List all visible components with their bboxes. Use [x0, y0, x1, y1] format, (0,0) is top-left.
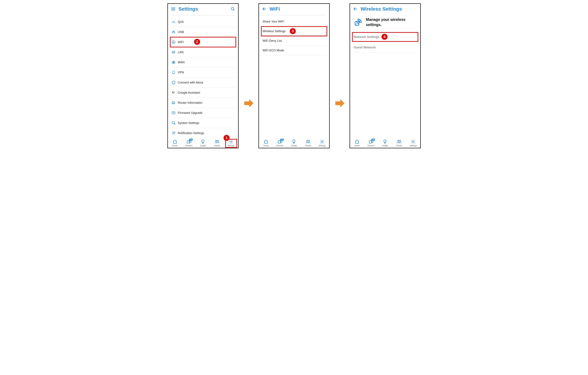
nav-label: Devices [368, 144, 375, 147]
settings-item-wan[interactable]: WAN [171, 57, 235, 67]
screen-wifi: WiFi Share Your WiFi Wireless Settings 3… [259, 3, 330, 148]
svg-point-23 [230, 141, 232, 142]
screen-settings: Settings QoS USB WiFi 2 LAN WAN [168, 3, 239, 148]
nav-label: Home [172, 144, 178, 147]
settings-item-router-info[interactable]: Router Information [171, 98, 235, 108]
hamburger-icon[interactable] [171, 7, 176, 11]
nav-family[interactable]: Family [302, 139, 314, 147]
section-label: Guest Network [354, 46, 376, 49]
home-icon [172, 139, 177, 144]
wan-icon [172, 60, 176, 64]
arrow-icon [335, 98, 345, 108]
nav-home[interactable]: Home [351, 139, 363, 147]
svg-point-1 [173, 23, 174, 23]
devices-badge: 74 [189, 139, 193, 141]
row-label: QoS [178, 20, 184, 24]
svg-point-7 [173, 74, 173, 74]
wifi-item-eco-mode[interactable]: WiFi ECO Mode [262, 46, 326, 55]
header: Wireless Settings [350, 4, 420, 14]
row-label: Wireless Settings [262, 30, 286, 33]
callout-4: 4 [381, 34, 388, 40]
nav-devices[interactable]: 74 Devices [183, 139, 195, 147]
google-assistant-icon [172, 91, 176, 95]
nav-insight[interactable]: Insight [197, 139, 209, 147]
wifi-item-share[interactable]: Share Your WiFi [262, 17, 326, 27]
section-label: Network Settings [354, 35, 379, 39]
row-label: Share Your WiFi [262, 20, 284, 23]
row-label: LAN [178, 51, 184, 54]
nav-devices[interactable]: 75 Devices [365, 139, 377, 147]
bottom-nav: Home 74 Devices Insight Family Settings [259, 138, 329, 148]
settings-item-wifi[interactable]: WiFi 2 [171, 37, 235, 47]
settings-item-system[interactable]: System Settings [171, 118, 235, 128]
settings-item-lan[interactable]: LAN [171, 47, 235, 57]
svg-point-35 [412, 141, 414, 142]
row-label: VPN [178, 71, 184, 74]
bottom-nav: Home 74 Devices Insight Family Settings … [168, 138, 238, 148]
nav-settings[interactable]: Settings 1 [225, 139, 237, 147]
nav-insight[interactable]: Insight [288, 139, 300, 147]
settings-item-alexa[interactable]: Connect with Alexa [171, 77, 235, 88]
screen-wireless-settings: Wireless Settings Manage your wireless s… [350, 3, 421, 148]
devices-badge: 75 [371, 139, 375, 141]
nav-family[interactable]: Family [211, 139, 223, 147]
wifi-list: Share Your WiFi Wireless Settings 3 WiFi… [259, 14, 329, 138]
family-icon [214, 139, 220, 144]
insight-icon [200, 139, 205, 144]
nav-label: Settings [318, 144, 326, 147]
intro-block: Manage your wireless settings. [353, 14, 417, 32]
nav-family[interactable]: Family [393, 139, 405, 147]
row-label: Firmware Upgrade [178, 111, 202, 115]
svg-point-12 [174, 93, 175, 94]
devices-icon: 74 [278, 139, 283, 144]
header: Settings [168, 4, 238, 14]
section-network-settings[interactable]: Network Settings 4 [353, 32, 417, 42]
settings-item-vpn[interactable]: VPN [171, 67, 235, 77]
svg-point-26 [307, 140, 308, 141]
nav-label: Family [305, 144, 311, 147]
row-label: Connect with Alexa [178, 81, 203, 84]
settings-icon [411, 139, 416, 144]
section-guest-network[interactable]: Guest Network [353, 42, 417, 53]
home-icon [355, 139, 359, 144]
row-label: USB [178, 30, 184, 34]
svg-rect-31 [369, 141, 372, 143]
back-icon[interactable] [262, 7, 267, 11]
row-label: Google Assistant [178, 91, 200, 95]
svg-point-34 [399, 140, 401, 141]
settings-item-usb[interactable]: USB [171, 27, 235, 37]
nav-settings[interactable]: Settings [407, 139, 419, 147]
svg-point-9 [172, 81, 175, 84]
nav-home[interactable]: Home [169, 139, 181, 147]
wifi-item-wireless-settings[interactable]: Wireless Settings 3 [262, 27, 326, 36]
nav-home[interactable]: Home [260, 139, 272, 147]
wireless-content: Manage your wireless settings. Network S… [350, 14, 420, 138]
back-icon[interactable] [353, 7, 358, 11]
page-title: WiFi [270, 6, 326, 12]
alexa-icon [172, 81, 176, 85]
wifi-item-deny-list[interactable]: WiFi Deny List [262, 36, 326, 46]
callout-2: 2 [194, 39, 200, 45]
settings-item-qos[interactable]: QoS [171, 17, 235, 27]
lan-icon [172, 50, 176, 54]
nav-label: Home [263, 144, 269, 147]
svg-rect-24 [278, 141, 281, 143]
nav-insight[interactable]: Insight [379, 139, 391, 147]
bottom-nav: Home 75 Devices Insight Family Settings [350, 138, 420, 148]
row-label: System Settings [178, 121, 199, 125]
settings-item-google-assistant[interactable]: Google Assistant [171, 88, 235, 98]
nav-label: Devices [185, 144, 192, 147]
svg-point-10 [172, 91, 174, 93]
search-icon[interactable] [231, 7, 235, 11]
nav-label: Settings [227, 144, 234, 147]
svg-point-21 [216, 140, 217, 141]
svg-point-8 [174, 74, 174, 74]
settings-item-firmware[interactable]: Firmware Upgrade [171, 108, 235, 118]
svg-point-27 [308, 140, 310, 141]
nav-settings[interactable]: Settings [316, 139, 328, 147]
nav-label: Home [354, 144, 360, 147]
nav-devices[interactable]: 74 Devices [274, 139, 286, 147]
callout-3: 3 [290, 28, 296, 34]
row-label: WiFi Deny List [262, 39, 282, 43]
row-label: Notification Settings [178, 131, 204, 135]
